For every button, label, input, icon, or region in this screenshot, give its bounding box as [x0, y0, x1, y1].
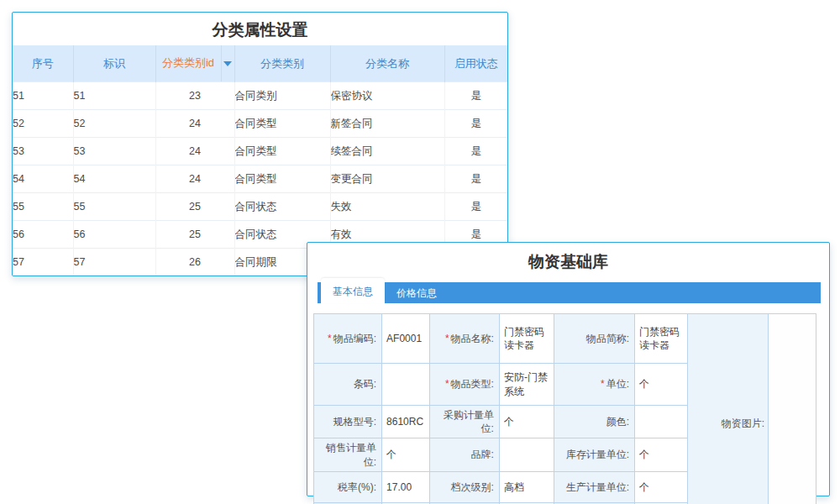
cell-seq: 55 [13, 193, 73, 221]
form-field-label: *物品类型: [429, 364, 499, 406]
category-panel-title: 分类属性设置 [13, 13, 507, 45]
table-row[interactable]: 545424合同类型变更合同是 [13, 165, 507, 193]
cell-enabled: 是 [444, 138, 507, 165]
category-attribute-settings-panel: 分类属性设置 序号 标识 分类类别id 分类类别 分类名称 启用状态 51512 [12, 12, 508, 276]
cell-cat_id: 25 [155, 221, 234, 249]
form-field-value[interactable]: 门禁密码读卡器 [635, 314, 688, 364]
cell-enabled: 是 [444, 165, 507, 193]
sort-caret-down-icon[interactable] [221, 45, 234, 81]
cell-cat_type: 合同类型 [234, 138, 330, 165]
cell-mark: 55 [73, 193, 155, 221]
cell-cat_id: 23 [155, 82, 234, 110]
cell-cat_type: 合同类型 [234, 110, 330, 138]
cell-cat_type: 合同类型 [234, 165, 330, 193]
material-form-container: *物品编码:AF0001*物品名称:门禁密码读卡器物品简称:门禁密码读卡器物资图… [313, 313, 821, 504]
form-field-value[interactable]: 个 [499, 406, 554, 438]
cell-seq: 54 [13, 165, 73, 193]
required-asterisk-icon: * [445, 333, 449, 344]
category-table: 序号 标识 分类类别id 分类类别 分类名称 启用状态 515123合同类别保密… [13, 45, 507, 276]
tab-basic-info[interactable]: 基本信息 [321, 278, 385, 303]
form-field-label: 品牌: [429, 438, 499, 471]
cell-mark: 54 [73, 165, 155, 193]
form-field-value[interactable]: AF0001 [382, 314, 430, 364]
form-field-label: 税率(%): [314, 471, 382, 502]
table-row[interactable]: 555525合同状态失效是 [13, 193, 507, 221]
cell-cat_name: 新签合同 [330, 110, 444, 138]
cell-mark: 53 [73, 138, 155, 165]
form-field-value[interactable]: 高档 [499, 471, 554, 502]
cell-mark: 52 [73, 110, 155, 138]
col-header-category-name: 分类名称 [330, 45, 444, 82]
form-field-value[interactable] [382, 364, 430, 406]
cell-seq: 52 [13, 110, 73, 138]
cell-mark: 51 [73, 82, 155, 110]
form-field-value[interactable]: 个 [635, 471, 688, 502]
form-field-label: 物品简称: [554, 314, 634, 364]
form-field-label: 颜色: [554, 406, 634, 438]
cell-seq: 57 [13, 249, 73, 276]
material-image-label: 物资图片: [687, 314, 768, 504]
form-field-value[interactable]: 门禁密码读卡器 [499, 314, 554, 364]
cell-enabled: 是 [444, 193, 507, 221]
form-field-label: 规格型号: [314, 406, 382, 438]
form-row: *物品编码:AF0001*物品名称:门禁密码读卡器物品简称:门禁密码读卡器物资图… [314, 314, 816, 364]
form-field-label: 档次级别: [429, 471, 499, 502]
cell-cat_id: 26 [155, 249, 234, 276]
material-base-library-panel: 物资基础库 基本信息价格信息 *物品编码:AF0001*物品名称:门禁密码读卡器… [307, 242, 830, 496]
cell-seq: 51 [13, 82, 73, 110]
col-header-category-id[interactable]: 分类类别id [155, 45, 234, 82]
form-field-label: 采购计量单位: [429, 406, 499, 438]
cell-cat_id: 24 [155, 138, 234, 165]
table-row[interactable]: 515123合同类别保密协议是 [13, 82, 507, 110]
tab-bar: 基本信息价格信息 [318, 282, 821, 303]
cell-enabled: 是 [444, 82, 507, 110]
cell-cat_name: 续签合同 [330, 138, 444, 165]
form-field-label: *物品编码: [314, 314, 382, 364]
form-field-value[interactable]: 个 [382, 438, 430, 471]
cell-enabled: 是 [444, 110, 507, 138]
form-field-label: 条码: [314, 364, 382, 406]
form-field-value[interactable]: 8610RC [382, 406, 430, 438]
form-field-label: *单位: [554, 364, 634, 406]
cell-seq: 56 [13, 221, 73, 249]
material-panel-title: 物资基础库 [307, 243, 829, 278]
required-asterisk-icon: * [601, 378, 605, 390]
cell-cat_type: 合同状态 [234, 193, 330, 221]
form-field-value[interactable]: 个 [635, 438, 688, 471]
cell-mark: 56 [73, 221, 155, 249]
cell-cat_id: 24 [155, 110, 234, 138]
form-field-label: *物品名称: [429, 314, 499, 364]
cell-cat_name: 失效 [330, 193, 444, 221]
table-header-row: 序号 标识 分类类别id 分类类别 分类名称 启用状态 [13, 45, 507, 82]
required-asterisk-icon: * [445, 378, 449, 390]
material-image-cell[interactable] [769, 314, 816, 504]
cell-cat_name: 保密协议 [330, 82, 444, 110]
form-field-value[interactable]: 安防-门禁系统 [499, 364, 554, 406]
col-header-seq: 序号 [13, 45, 73, 82]
table-row[interactable]: 535324合同类型续签合同是 [13, 138, 507, 165]
col-header-category-type: 分类类别 [234, 45, 330, 82]
form-field-value[interactable]: 个 [635, 364, 688, 406]
cell-cat_name: 变更合同 [330, 165, 444, 193]
form-field-label: 库存计量单位: [554, 438, 634, 471]
col-header-mark: 标识 [73, 45, 155, 82]
cell-cat_id: 24 [155, 165, 234, 193]
material-form-table: *物品编码:AF0001*物品名称:门禁密码读卡器物品简称:门禁密码读卡器物资图… [313, 313, 816, 504]
form-field-value[interactable]: 17.00 [382, 471, 430, 502]
cell-seq: 53 [13, 138, 73, 165]
cell-cat_type: 合同类别 [234, 82, 330, 110]
table-row[interactable]: 525224合同类型新签合同是 [13, 110, 507, 138]
tab-price-info[interactable]: 价格信息 [385, 282, 449, 303]
cell-cat_id: 25 [155, 193, 234, 221]
form-field-value[interactable] [499, 438, 554, 471]
cell-mark: 57 [73, 249, 155, 276]
form-field-label: 生产计量单位: [554, 471, 634, 502]
col-header-enabled: 启用状态 [444, 45, 507, 82]
form-field-label: 销售计量单位: [314, 438, 382, 471]
form-field-value[interactable] [635, 406, 688, 438]
required-asterisk-icon: * [328, 333, 332, 344]
col-header-category-id-label: 分类类别id [156, 45, 221, 81]
